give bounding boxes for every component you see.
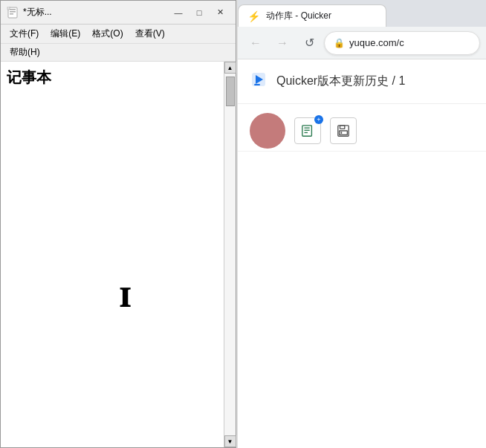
vertical-scrollbar[interactable]: ▲ ▼: [224, 62, 236, 447]
minimize-button[interactable]: —: [169, 5, 188, 20]
page-actions: +: [238, 110, 486, 152]
file-menu[interactable]: 文件(F): [4, 26, 45, 42]
notepad-textarea[interactable]: [1, 62, 224, 447]
svg-rect-3: [10, 13, 13, 15]
svg-rect-10: [305, 129, 310, 130]
browser-window: ⚡ 动作库 - Quicker ← → ↺ 🔒 yuque.com/c Quic…: [236, 0, 486, 448]
notepad-title: *无标...: [23, 6, 52, 19]
svg-rect-9: [305, 127, 310, 128]
scrollbar-thumb[interactable]: [226, 77, 235, 106]
svg-rect-11: [305, 132, 308, 132]
forward-button[interactable]: →: [270, 31, 294, 55]
address-bar[interactable]: 🔒 yuque.com/c: [324, 31, 480, 55]
notepad-helpbar: 帮助(H): [1, 44, 236, 62]
address-text: yuque.com/c: [349, 37, 404, 48]
scrollbar-track[interactable]: [224, 74, 236, 435]
svg-rect-2: [10, 11, 16, 13]
format-menu[interactable]: 格式(O): [86, 26, 129, 42]
scroll-down-button[interactable]: ▼: [224, 435, 236, 447]
svg-rect-1: [10, 9, 16, 10]
reload-button[interactable]: ↺: [297, 31, 321, 55]
user-avatar: [250, 113, 285, 149]
tab-lightning-icon: ⚡: [247, 10, 260, 22]
maximize-button[interactable]: □: [189, 5, 209, 20]
notepad-app-icon: [7, 7, 19, 19]
help-menu[interactable]: 帮助(H): [4, 45, 46, 60]
edit-menu[interactable]: 编辑(E): [45, 26, 86, 42]
save-button[interactable]: [330, 117, 357, 144]
add-to-library-button[interactable]: +: [294, 117, 321, 144]
close-button[interactable]: ✕: [210, 5, 230, 20]
view-menu[interactable]: 查看(V): [129, 26, 171, 42]
quicker-logo-icon: [250, 71, 268, 92]
add-badge: +: [314, 115, 323, 124]
svg-rect-15: [340, 132, 342, 134]
browser-tab-bar: ⚡ 动作库 - Quicker: [238, 0, 486, 27]
browser-tab-active[interactable]: ⚡ 动作库 - Quicker: [238, 4, 386, 27]
svg-rect-4: [7, 7, 10, 10]
notepad-titlebar: *无标... — □ ✕: [1, 1, 236, 25]
browser-content-area: Quicker版本更新历史 / 1 +: [238, 59, 486, 448]
scroll-up-button[interactable]: ▲: [224, 62, 236, 74]
page-title: Quicker版本更新历史 / 1: [276, 74, 405, 89]
notepad-menubar: 文件(F) 编辑(E) 格式(O) 查看(V): [1, 25, 236, 44]
page-header: Quicker版本更新历史 / 1: [238, 59, 486, 104]
notepad-content-area[interactable]: 记事本 𝐈 ▲ ▼: [1, 62, 236, 447]
titlebar-buttons: — □ ✕: [169, 5, 230, 20]
notepad-window: *无标... — □ ✕ 文件(F) 编辑(E) 格式(O) 查看(V) 帮助(…: [0, 0, 236, 448]
svg-rect-14: [340, 131, 348, 134]
lock-icon: 🔒: [334, 38, 345, 48]
browser-toolbar: ← → ↺ 🔒 yuque.com/c: [238, 27, 486, 59]
svg-rect-13: [340, 125, 345, 129]
svg-rect-7: [254, 84, 260, 85]
tab-title: 动作库 - Quicker: [266, 10, 331, 22]
notepad-title-left: *无标...: [7, 6, 52, 19]
back-button[interactable]: ←: [244, 31, 268, 55]
